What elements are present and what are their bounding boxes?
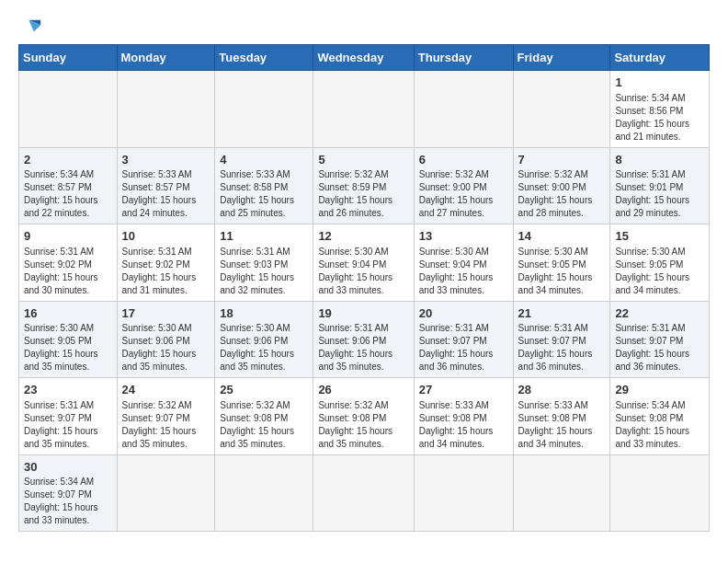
calendar-cell: [117, 71, 215, 148]
calendar-cell: 11Sunrise: 5:31 AMSunset: 9:03 PMDayligh…: [215, 224, 313, 302]
day-info: Sunrise: 5:32 AMSunset: 9:08 PMDaylight:…: [220, 399, 308, 451]
calendar-cell: [414, 454, 513, 532]
day-info: Sunrise: 5:34 AMSunset: 8:57 PMDaylight:…: [24, 168, 112, 220]
day-info: Sunrise: 5:30 AMSunset: 9:04 PMDaylight:…: [318, 246, 408, 297]
calendar-cell: 26Sunrise: 5:32 AMSunset: 9:08 PMDayligh…: [313, 378, 414, 455]
calendar-header-sunday: Sunday: [19, 45, 118, 71]
day-info: Sunrise: 5:33 AMSunset: 8:57 PMDaylight:…: [122, 168, 210, 220]
calendar-cell: 9Sunrise: 5:31 AMSunset: 9:02 PMDaylight…: [19, 224, 118, 302]
calendar-cell: [19, 71, 118, 148]
day-number: 14: [518, 228, 606, 245]
day-number: 18: [220, 305, 308, 322]
day-number: 9: [24, 228, 112, 245]
day-info: Sunrise: 5:32 AMSunset: 9:07 PMDaylight:…: [122, 399, 210, 451]
day-number: 2: [24, 152, 112, 168]
day-info: Sunrise: 5:32 AMSunset: 8:59 PMDaylight:…: [318, 168, 408, 220]
calendar-header-thursday: Thursday: [414, 45, 513, 71]
day-info: Sunrise: 5:30 AMSunset: 9:04 PMDaylight:…: [419, 246, 508, 297]
page: SundayMondayTuesdayWednesdayThursdayFrid…: [0, 0, 728, 563]
calendar-cell: 18Sunrise: 5:30 AMSunset: 9:06 PMDayligh…: [215, 301, 313, 378]
day-number: 21: [518, 305, 606, 322]
calendar-cell: [513, 71, 610, 148]
calendar-cell: 23Sunrise: 5:31 AMSunset: 9:07 PMDayligh…: [19, 378, 118, 455]
day-info: Sunrise: 5:32 AMSunset: 9:08 PMDaylight:…: [318, 399, 408, 451]
day-number: 4: [220, 152, 308, 168]
day-info: Sunrise: 5:31 AMSunset: 9:02 PMDaylight:…: [24, 246, 112, 297]
calendar-week-5: 30Sunrise: 5:34 AMSunset: 9:07 PMDayligh…: [19, 454, 710, 532]
day-number: 3: [122, 152, 210, 168]
calendar-cell: 7Sunrise: 5:32 AMSunset: 9:00 PMDaylight…: [513, 147, 610, 224]
day-info: Sunrise: 5:34 AMSunset: 8:56 PMDaylight:…: [615, 92, 704, 144]
day-info: Sunrise: 5:33 AMSunset: 8:58 PMDaylight:…: [220, 168, 308, 220]
day-number: 25: [220, 382, 308, 398]
day-info: Sunrise: 5:30 AMSunset: 9:05 PMDaylight:…: [615, 246, 704, 297]
calendar-cell: 1Sunrise: 5:34 AMSunset: 8:56 PMDaylight…: [610, 71, 710, 148]
calendar-cell: 2Sunrise: 5:34 AMSunset: 8:57 PMDaylight…: [19, 147, 118, 224]
day-info: Sunrise: 5:31 AMSunset: 9:02 PMDaylight:…: [122, 246, 210, 297]
day-info: Sunrise: 5:32 AMSunset: 9:00 PMDaylight:…: [518, 168, 606, 220]
day-number: 7: [518, 152, 606, 168]
calendar-cell: [215, 71, 313, 148]
day-info: Sunrise: 5:31 AMSunset: 9:03 PMDaylight:…: [220, 246, 308, 297]
calendar-cell: 21Sunrise: 5:31 AMSunset: 9:07 PMDayligh…: [513, 301, 610, 378]
day-info: Sunrise: 5:31 AMSunset: 9:01 PMDaylight:…: [615, 168, 704, 220]
calendar-cell: 13Sunrise: 5:30 AMSunset: 9:04 PMDayligh…: [414, 224, 513, 302]
day-number: 15: [615, 228, 704, 245]
calendar-week-1: 2Sunrise: 5:34 AMSunset: 8:57 PMDaylight…: [19, 147, 710, 224]
calendar-cell: 12Sunrise: 5:30 AMSunset: 9:04 PMDayligh…: [313, 224, 414, 302]
day-info: Sunrise: 5:30 AMSunset: 9:05 PMDaylight:…: [24, 322, 112, 373]
calendar-cell: 17Sunrise: 5:30 AMSunset: 9:06 PMDayligh…: [117, 301, 215, 378]
calendar-cell: [313, 454, 414, 532]
calendar-cell: [117, 454, 215, 532]
calendar-week-3: 16Sunrise: 5:30 AMSunset: 9:05 PMDayligh…: [19, 301, 710, 378]
calendar-cell: 25Sunrise: 5:32 AMSunset: 9:08 PMDayligh…: [215, 378, 313, 455]
day-number: 6: [419, 152, 508, 168]
calendar-cell: 19Sunrise: 5:31 AMSunset: 9:06 PMDayligh…: [313, 301, 414, 378]
calendar-cell: 8Sunrise: 5:31 AMSunset: 9:01 PMDaylight…: [610, 147, 710, 224]
day-number: 16: [24, 305, 112, 322]
day-info: Sunrise: 5:32 AMSunset: 9:00 PMDaylight:…: [419, 168, 508, 220]
calendar-cell: 28Sunrise: 5:33 AMSunset: 9:08 PMDayligh…: [513, 378, 610, 455]
calendar-header-tuesday: Tuesday: [215, 45, 313, 71]
logo: [18, 17, 42, 37]
logo-icon: [22, 17, 42, 37]
calendar-cell: 10Sunrise: 5:31 AMSunset: 9:02 PMDayligh…: [117, 224, 215, 302]
calendar-cell: 22Sunrise: 5:31 AMSunset: 9:07 PMDayligh…: [610, 301, 710, 378]
day-number: 22: [615, 305, 704, 322]
calendar-week-4: 23Sunrise: 5:31 AMSunset: 9:07 PMDayligh…: [19, 378, 710, 455]
day-number: 5: [318, 152, 408, 168]
calendar-cell: [313, 71, 414, 148]
header: [18, 17, 710, 37]
calendar-week-2: 9Sunrise: 5:31 AMSunset: 9:02 PMDaylight…: [19, 224, 710, 302]
calendar-cell: 30Sunrise: 5:34 AMSunset: 9:07 PMDayligh…: [19, 454, 118, 532]
calendar-cell: 4Sunrise: 5:33 AMSunset: 8:58 PMDaylight…: [215, 147, 313, 224]
day-info: Sunrise: 5:33 AMSunset: 9:08 PMDaylight:…: [518, 399, 606, 451]
calendar-header-wednesday: Wednesday: [313, 45, 414, 71]
calendar-cell: [610, 454, 710, 532]
day-number: 11: [220, 228, 308, 245]
day-info: Sunrise: 5:30 AMSunset: 9:06 PMDaylight:…: [220, 322, 308, 373]
day-number: 24: [122, 382, 210, 398]
calendar-cell: 15Sunrise: 5:30 AMSunset: 9:05 PMDayligh…: [610, 224, 710, 302]
day-info: Sunrise: 5:30 AMSunset: 9:05 PMDaylight:…: [518, 246, 606, 297]
day-number: 1: [615, 75, 704, 91]
day-number: 8: [615, 152, 704, 168]
calendar-cell: 24Sunrise: 5:32 AMSunset: 9:07 PMDayligh…: [117, 378, 215, 455]
day-number: 30: [24, 459, 112, 476]
calendar-header-saturday: Saturday: [610, 45, 710, 71]
day-info: Sunrise: 5:31 AMSunset: 9:07 PMDaylight:…: [24, 399, 112, 451]
day-number: 13: [419, 228, 508, 245]
calendar-cell: 14Sunrise: 5:30 AMSunset: 9:05 PMDayligh…: [513, 224, 610, 302]
calendar-header-friday: Friday: [513, 45, 610, 71]
day-number: 10: [122, 228, 210, 245]
calendar-cell: 20Sunrise: 5:31 AMSunset: 9:07 PMDayligh…: [414, 301, 513, 378]
day-info: Sunrise: 5:31 AMSunset: 9:07 PMDaylight:…: [518, 322, 606, 373]
day-number: 17: [122, 305, 210, 322]
calendar-cell: 27Sunrise: 5:33 AMSunset: 9:08 PMDayligh…: [414, 378, 513, 455]
day-info: Sunrise: 5:31 AMSunset: 9:07 PMDaylight:…: [419, 322, 508, 373]
calendar-cell: 6Sunrise: 5:32 AMSunset: 9:00 PMDaylight…: [414, 147, 513, 224]
day-info: Sunrise: 5:31 AMSunset: 9:06 PMDaylight:…: [318, 322, 408, 373]
calendar-week-0: 1Sunrise: 5:34 AMSunset: 8:56 PMDaylight…: [19, 71, 710, 148]
calendar-cell: [414, 71, 513, 148]
calendar-cell: [513, 454, 610, 532]
